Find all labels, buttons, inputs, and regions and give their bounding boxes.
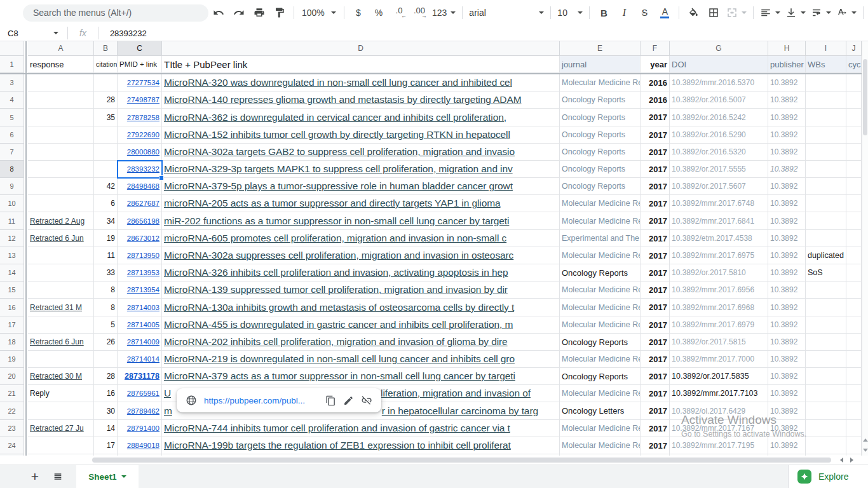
cell-A8[interactable]	[28, 161, 94, 178]
cell-G24[interactable]: 10.3892/mmr.2017.7195	[670, 437, 768, 454]
cell-I19[interactable]	[806, 351, 846, 368]
all-sheets-button[interactable]	[48, 467, 67, 486]
cell-C10[interactable]: 28627687	[118, 195, 162, 212]
cell-G6[interactable]: 10.3892/or.2016.5290	[670, 126, 768, 144]
cell-C12[interactable]: 28673012	[118, 230, 162, 247]
cell-A22[interactable]	[28, 402, 94, 420]
cell-F19[interactable]: 2017	[641, 351, 670, 368]
cell-C19[interactable]: 28714014	[118, 351, 162, 368]
cell-C21[interactable]: 28765961	[118, 385, 162, 402]
row-header-7[interactable]: 7	[0, 144, 24, 161]
cell-J16[interactable]	[846, 299, 862, 316]
cell-C15[interactable]: 28713954	[118, 281, 162, 299]
print-button[interactable]	[252, 4, 267, 21]
scroll-right-button[interactable]	[848, 457, 855, 463]
cell-J14[interactable]	[846, 264, 862, 281]
paint-format-button[interactable]	[272, 4, 287, 21]
cell-E19[interactable]: Molecular Medicine Re	[560, 351, 641, 368]
cell-C16[interactable]: 28714003	[118, 299, 162, 316]
cell-B16[interactable]: 8	[94, 299, 118, 316]
cell-I16[interactable]	[806, 299, 846, 316]
cell-A16[interactable]: Retracted 31 M	[28, 299, 94, 316]
col-header-F[interactable]: F	[641, 41, 670, 56]
cell-F12[interactable]: 2017	[641, 230, 670, 247]
cell-D11[interactable]: miR-202 functions as a tumor suppressor …	[162, 212, 560, 230]
cell-D19[interactable]: MicroRNA-219 is downregulated in non-sma…	[162, 351, 560, 368]
cell-E4[interactable]: Oncology Reports	[560, 92, 641, 109]
cell-F15[interactable]: 2017	[641, 281, 670, 299]
cell-G17[interactable]: 10.3892/mmr.2017.6979	[670, 316, 768, 334]
header-cell-G[interactable]: DOI	[670, 56, 768, 73]
cell-I12[interactable]	[806, 230, 846, 247]
cell-E3[interactable]: Molecular Medicine Re	[560, 74, 641, 92]
cell-F17[interactable]: 2017	[641, 316, 670, 334]
cell-B13[interactable]: 11	[94, 247, 118, 264]
col-header-H[interactable]: H	[768, 41, 806, 56]
cell-A3[interactable]	[28, 74, 94, 92]
cell-C18[interactable]: 28714009	[118, 334, 162, 351]
cell-H17[interactable]: 10.3892	[768, 316, 806, 334]
cell-D12[interactable]: microRNA-605 promotes cell proliferation…	[162, 230, 560, 247]
row-header-24[interactable]: 24	[0, 437, 24, 454]
cell-C20[interactable]: 28731178	[118, 368, 162, 385]
strikethrough-button[interactable]: S	[637, 4, 652, 21]
cell-E21[interactable]: Molecular Medicine Re	[560, 385, 641, 402]
horizontal-scrollbar-thumb[interactable]	[92, 458, 831, 463]
cell-D24[interactable]: MicroRNA-199b targets the regulation of …	[162, 437, 560, 454]
cell-H10[interactable]: 10.3892	[768, 195, 806, 212]
cell-B10[interactable]: 6	[94, 195, 118, 212]
cell-A18[interactable]: Retracted 6 Jun	[28, 334, 94, 351]
add-sheet-button[interactable]: +	[25, 467, 44, 486]
cell-I8[interactable]	[806, 161, 846, 178]
font-family-select[interactable]: arial	[469, 8, 544, 18]
bold-button[interactable]: B	[596, 4, 611, 21]
cell-E13[interactable]: Molecular Medicine Re	[560, 247, 641, 264]
cell-E17[interactable]: Molecular Medicine Re	[560, 316, 641, 334]
cell-G8[interactable]: 10.3892/or.2017.5555	[670, 161, 768, 178]
cell-D15[interactable]: MicroRNA-139 suppressed tumor cell proli…	[162, 281, 560, 299]
cell-E20[interactable]: Oncology Reports	[560, 368, 641, 385]
cell-B11[interactable]: 34	[94, 212, 118, 230]
cell-I22[interactable]	[806, 402, 846, 420]
cell-H13[interactable]: 10.3892	[768, 247, 806, 264]
zoom-select[interactable]: 100%	[301, 4, 337, 21]
cell-B19[interactable]	[94, 351, 118, 368]
cell-H7[interactable]: 10.3892	[768, 144, 806, 161]
cell-B18[interactable]: 26	[94, 334, 118, 351]
text-rotation-button[interactable]	[836, 4, 857, 21]
cell-H11[interactable]: 10.3892	[768, 212, 806, 230]
row-header-22[interactable]: 22	[0, 402, 24, 420]
cell-G19[interactable]: 10.3892/mmr.2017.7000	[670, 351, 768, 368]
cell-J15[interactable]	[846, 281, 862, 299]
cell-G10[interactable]: 10.3892/mmr.2017.6748	[670, 195, 768, 212]
cell-E10[interactable]: Molecular Medicine Re	[560, 195, 641, 212]
cell-G14[interactable]: 10.3892/or.2017.5810	[670, 264, 768, 281]
cell-F16[interactable]: 2017	[641, 299, 670, 316]
cell-J6[interactable]	[846, 126, 862, 144]
cell-A23[interactable]: Retracted 27 Ju	[28, 420, 94, 437]
cell-F14[interactable]: 2017	[641, 264, 670, 281]
cell-J8[interactable]	[846, 161, 862, 178]
cell-B12[interactable]: 19	[94, 230, 118, 247]
col-header-D[interactable]: D	[162, 41, 560, 56]
cell-H20[interactable]: 10.3892	[768, 368, 806, 385]
cell-B22[interactable]: 30	[94, 402, 118, 420]
cell-B15[interactable]: 8	[94, 281, 118, 299]
cell-C17[interactable]: 28714005	[118, 316, 162, 334]
row-header-3[interactable]: 3	[0, 74, 24, 92]
cell-G5[interactable]: 10.3892/or.2016.5242	[670, 109, 768, 126]
cell-A21[interactable]: Reply	[28, 385, 94, 402]
cell-I15[interactable]	[806, 281, 846, 299]
row-header-17[interactable]: 17	[0, 316, 24, 334]
cell-D16[interactable]: MicroRNA-130a inhibits growth and metast…	[162, 299, 560, 316]
cell-I20[interactable]	[806, 368, 846, 385]
cell-H5[interactable]: 10.3892	[768, 109, 806, 126]
cell-I18[interactable]	[806, 334, 846, 351]
cell-G15[interactable]: 10.3892/mmr.2017.6956	[670, 281, 768, 299]
cell-F9[interactable]: 2017	[641, 178, 670, 195]
cell-H16[interactable]: 10.3892	[768, 299, 806, 316]
row-header-8[interactable]: 8	[0, 161, 24, 178]
cell-J20[interactable]	[846, 368, 862, 385]
horizontal-align-button[interactable]	[760, 4, 780, 21]
cell-F8[interactable]: 2017	[641, 161, 670, 178]
